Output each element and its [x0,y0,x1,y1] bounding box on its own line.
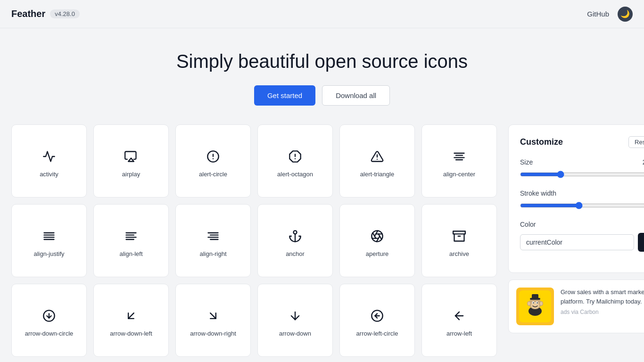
size-control: Size 24px [520,158,644,180]
ad-image [516,288,554,325]
color-swatch-button[interactable] [638,233,644,252]
reset-button[interactable]: Reset [628,136,644,148]
icon-card-anchor[interactable]: anchor [257,204,333,277]
icon-card-align-right[interactable]: align-right [175,204,251,277]
align-justify-icon [42,230,56,243]
icon-card-activity[interactable]: activity [11,124,87,197]
customize-card: Customize Reset Size 24px Stroke width 2… [508,124,644,273]
size-label: Size 24px [520,158,644,166]
icon-grid: activityairplayalert-circlealert-octagon… [11,124,497,357]
color-label: Color [520,221,644,228]
icon-card-arrow-down-left[interactable]: arrow-down-left [93,284,169,357]
header: Feather v4.28.0 GitHub 🌙 [0,0,644,28]
hero-section: Simply beautiful open source icons Get s… [0,28,644,124]
arrow-left-circle-label: arrow-left-circle [356,330,398,337]
airplay-label: airplay [122,171,140,178]
mailchimp-logo [519,290,551,322]
aperture-icon [371,230,384,243]
stroke-control: Stroke width 2px [520,189,644,211]
version-badge: v4.28.0 [50,9,80,18]
header-right: GitHub 🌙 [587,7,633,22]
arrow-left-icon [453,309,466,322]
aperture-label: aperture [366,250,388,257]
arrow-left-label: arrow-left [446,330,472,337]
activity-label: activity [40,171,58,178]
alert-octagon-icon [289,150,302,163]
align-justify-label: align-justify [33,250,64,257]
arrow-down-icon [289,309,302,322]
icon-card-airplay[interactable]: airplay [93,124,169,197]
color-control: Color [520,221,644,252]
arrow-down-left-label: arrow-down-left [110,330,152,337]
moon-icon: 🌙 [620,9,630,18]
svg-rect-57 [532,294,538,299]
align-right-label: align-right [199,250,226,257]
customize-header: Customize Reset [520,136,644,148]
app-title: Feather [11,8,45,19]
icon-card-alert-circle[interactable]: alert-circle [175,124,251,197]
stroke-slider[interactable] [520,202,644,209]
alert-circle-label: alert-circle [199,171,227,178]
svg-point-54 [533,302,534,304]
github-link[interactable]: GitHub [587,10,609,18]
svg-rect-34 [453,231,465,234]
svg-line-38 [128,313,134,319]
alert-triangle-label: alert-triangle [360,171,394,178]
arrow-down-circle-label: arrow-down-circle [25,330,74,337]
arrow-down-circle-icon [42,309,56,322]
arrow-down-left-icon [124,309,138,322]
icon-card-archive[interactable]: archive [421,204,497,277]
download-all-button[interactable]: Download all [322,85,390,106]
color-input[interactable] [520,234,634,250]
align-center-label: align-center [443,171,475,178]
archive-icon [453,230,466,243]
svg-point-49 [528,302,530,305]
customize-title: Customize [520,137,563,147]
hero-buttons: Get started Download all [11,85,633,106]
arrow-left-circle-icon [371,309,384,322]
activity-icon [42,150,56,163]
ad-content: Grow sales with a smart marketing platfo… [561,288,644,315]
icon-card-aperture[interactable]: aperture [339,204,415,277]
icon-card-arrow-down-right[interactable]: arrow-down-right [175,284,251,357]
size-value: 24px [643,158,644,166]
get-started-button[interactable]: Get started [254,85,315,106]
svg-point-55 [537,302,538,304]
align-center-icon [453,150,466,163]
icon-card-alert-triangle[interactable]: alert-triangle [339,124,415,197]
svg-line-39 [210,313,216,319]
arrow-down-right-label: arrow-down-right [190,330,236,337]
ad-text: Grow sales with a smart marketing platfo… [561,288,644,306]
align-left-label: align-left [119,250,142,257]
alert-circle-icon [206,150,220,163]
anchor-icon [289,230,302,243]
size-slider[interactable] [520,171,644,178]
main-layout: activityairplayalert-circlealert-octagon… [0,124,644,357]
airplay-icon [124,150,138,163]
alert-octagon-label: alert-octagon [277,171,313,178]
icon-card-arrow-left[interactable]: arrow-left [421,284,497,357]
stroke-label: Stroke width 2px [520,189,644,197]
ads-via: ads via Carbon [561,309,644,315]
hero-title: Simply beautiful open source icons [11,51,633,72]
header-left: Feather v4.28.0 [11,8,80,19]
anchor-label: anchor [286,250,305,257]
theme-toggle-button[interactable]: 🌙 [618,7,633,22]
icon-card-alert-octagon[interactable]: alert-octagon [257,124,333,197]
color-row [520,233,644,252]
icon-card-align-center[interactable]: align-center [421,124,497,197]
icon-card-align-left[interactable]: align-left [93,204,169,277]
arrow-down-right-icon [206,309,220,322]
align-right-icon [206,230,220,243]
arrow-down-label: arrow-down [279,330,311,337]
svg-marker-0 [128,158,134,162]
align-left-icon [124,230,138,243]
svg-point-51 [531,302,539,309]
ad-card: Grow sales with a smart marketing platfo… [508,280,644,333]
customize-panel: Customize Reset Size 24px Stroke width 2… [508,124,644,357]
icon-card-arrow-down[interactable]: arrow-down [257,284,333,357]
icon-card-arrow-down-circle[interactable]: arrow-down-circle [11,284,87,357]
icon-card-align-justify[interactable]: align-justify [11,204,87,277]
icon-card-arrow-left-circle[interactable]: arrow-left-circle [339,284,415,357]
alert-triangle-icon [371,150,384,163]
